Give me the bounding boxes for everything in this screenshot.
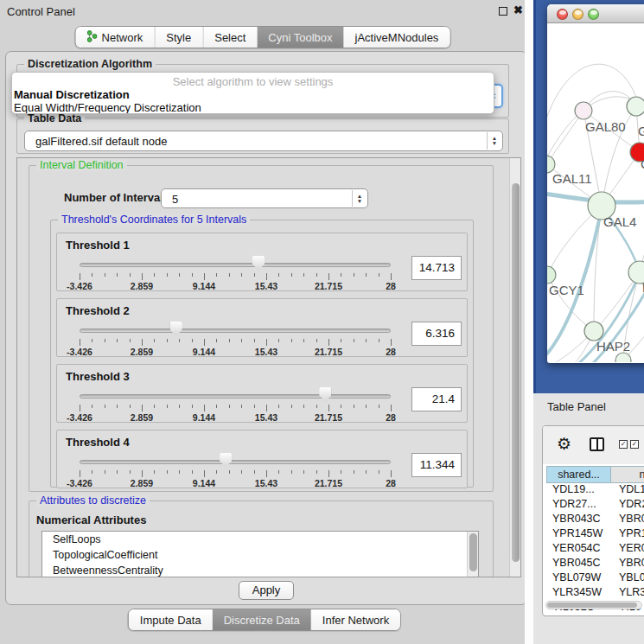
tick-label: 21.715 [315, 281, 342, 291]
tick-mark [379, 339, 379, 342]
algorithm-option[interactable]: Manual Discretization [12, 88, 494, 101]
gear-icon[interactable]: ⚙ [557, 434, 571, 454]
apply-button[interactable]: Apply [239, 581, 294, 600]
checkbox-icon[interactable]: ✓ [630, 440, 639, 449]
tick-mark [142, 470, 143, 477]
table-row[interactable]: YBR043C YBR0 [546, 513, 644, 527]
top-tab[interactable]: Select [202, 27, 257, 48]
column-header-name[interactable]: na [611, 466, 644, 483]
top-tab[interactable]: Style [154, 27, 202, 48]
table-data-group-title: Table Data [24, 112, 85, 124]
tick-label: 28 [386, 412, 396, 423]
column-header-shared-name[interactable]: shared... [546, 466, 611, 483]
table-row[interactable]: YBR045C YBR0 [546, 557, 644, 571]
number-of-intervals-combobox[interactable]: 5 ▲▼ [161, 188, 368, 208]
tick-mark [291, 470, 292, 474]
threshold-value-field[interactable]: 21.4 [411, 387, 462, 411]
bottom-tab-label: Infer Network [322, 614, 389, 627]
tick-label: -3.426 [67, 281, 92, 291]
top-tab[interactable]: Cyni Toolbox [257, 27, 343, 48]
tick-label: 2.859 [131, 281, 153, 291]
table-panel: Table Panel ⚙ ✓ ✓ shared... na YDL19... … [533, 393, 644, 644]
settings-scrollbar[interactable] [509, 158, 520, 577]
slider-thumb[interactable] [170, 322, 182, 336]
tick-mark [179, 339, 180, 342]
tick-labels: -3.4262.8599.14415.4321.71528 [80, 412, 391, 423]
node-table: ⚙ ✓ ✓ shared... na YDL19... YDL1 YDR27..… [542, 425, 644, 616]
tick-mark [80, 470, 80, 477]
bottom-tab[interactable]: Impute Data [129, 609, 213, 630]
cell-shared-name: YBR043C [546, 513, 611, 527]
tick-label: 28 [386, 347, 396, 357]
threshold-value-field[interactable]: 6.316 [411, 322, 462, 346]
attribute-list-item[interactable]: TopologicalCoefficient [42, 547, 478, 563]
window-zoom-icon[interactable] [588, 9, 599, 20]
algorithm-prompt: Select algorithm to view settings [12, 75, 494, 88]
combo-stepper-icon[interactable]: ▲▼ [352, 190, 367, 207]
network-canvas[interactable]: GAL80GACGAL11GAL4GCY1HHAP2 [547, 23, 644, 362]
table-data-combobox[interactable]: galFiltered.sif default node ▲▼ [24, 131, 503, 151]
slider-thumb[interactable] [319, 387, 331, 402]
pane-divider[interactable] [525, 0, 533, 644]
bottom-tab[interactable]: Infer Network [311, 609, 400, 630]
table-row[interactable]: YDL19... YDL1 [546, 483, 644, 498]
node-label: GA [638, 124, 644, 138]
split-view-icon[interactable] [590, 437, 604, 451]
network-window-titlebar[interactable] [547, 4, 644, 23]
top-tab[interactable]: jActiveMNodules [344, 27, 450, 48]
tick-mark [216, 470, 217, 474]
tick-label: 15.43 [255, 412, 277, 423]
window-close-icon[interactable] [557, 9, 568, 20]
table-hscrollbar[interactable] [545, 601, 642, 609]
window-minimize-icon[interactable] [572, 9, 583, 20]
float-icon[interactable] [499, 7, 507, 16]
attribute-list-item[interactable]: SelfLoops [42, 532, 478, 547]
top-tab-label: Cyni Toolbox [268, 31, 332, 44]
tick-mark [105, 470, 105, 474]
threshold-value-field[interactable]: 14.713 [411, 256, 462, 280]
node-label: HAP2 [596, 339, 630, 354]
tick-mark [366, 339, 367, 342]
tick-mark [354, 405, 354, 408]
table-row[interactable]: YPR145W YPR1 [546, 527, 644, 542]
node-label: GCY1 [549, 283, 584, 297]
tick-label: -3.426 [67, 412, 92, 423]
top-tab[interactable]: Network [76, 27, 155, 48]
tick-mark [291, 273, 292, 277]
bottom-tab[interactable]: Discretize Data [213, 609, 311, 630]
tick-mark [80, 273, 80, 280]
list-scrollbar[interactable] [467, 532, 478, 577]
table-row[interactable]: YLR345W YLR3 [546, 586, 644, 601]
tick-label: 2.859 [131, 347, 153, 357]
attribute-list-item[interactable]: BetweennessCentrality [42, 563, 478, 577]
network-node[interactable] [547, 266, 556, 284]
tick-mark [204, 339, 205, 346]
close-icon[interactable]: ✖ [513, 3, 523, 16]
tick-ruler [80, 470, 391, 478]
checkbox-icon[interactable]: ✓ [619, 440, 628, 449]
threshold-panel: Threshold 4 -3.4262.8599.14415.4321.7152… [56, 430, 468, 488]
screen: Control Panel ✖ Network [0, 0, 644, 644]
table-row[interactable]: YER054C YER0 [546, 542, 644, 557]
network-node[interactable] [627, 97, 644, 116]
tick-mark [216, 405, 217, 408]
network-node[interactable] [584, 322, 603, 341]
table-row[interactable]: YBL079W YBL0 [546, 571, 644, 586]
tick-mark [341, 470, 341, 474]
network-node[interactable] [575, 102, 592, 119]
slider-thumb[interactable] [220, 453, 232, 468]
tick-mark [266, 273, 267, 280]
table-row[interactable]: YDR27... YDR2 [546, 498, 644, 513]
interval-definition-group: Interval Definition Number of Intervals … [29, 165, 494, 492]
combo-stepper-icon[interactable]: ▲▼ [487, 132, 501, 150]
cell-shared-name: YDL19... [546, 483, 611, 498]
tick-mark [278, 273, 279, 277]
tick-mark [204, 273, 205, 280]
tick-mark [241, 470, 242, 474]
algorithm-option[interactable]: Equal Width/Frequency Discretization [12, 101, 494, 114]
slider-thumb[interactable] [252, 256, 265, 271]
tick-mark [80, 339, 80, 346]
numerical-attributes-list: SelfLoops TopologicalCoefficient Between… [41, 531, 479, 577]
threshold-value-field[interactable]: 11.344 [411, 453, 462, 477]
tick-mark [241, 405, 242, 408]
